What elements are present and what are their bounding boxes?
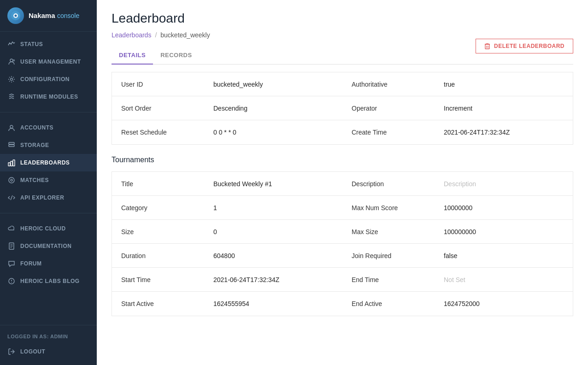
table-row: Size 0 Max Size 100000000 [112,220,573,244]
svg-point-4 [13,60,15,61]
sidebar-item-heroic-labs-blog[interactable]: Heroic Labs Blog [0,272,97,290]
label-title: Title [112,172,204,195]
svg-rect-7 [9,142,14,144]
label-operator: Operator [342,96,435,120]
svg-point-5 [11,78,13,81]
label-category: Category [112,196,204,219]
value-size: 0 [204,220,342,243]
sidebar-item-label: Leaderboards [20,159,70,166]
value-end-time: Not Set [435,268,573,291]
header-row: Leaderboard Leaderboards / bucketed_week… [112,11,573,46]
sidebar-item-configuration[interactable]: Configuration [0,71,97,88]
value-description: Description [435,172,573,195]
sidebar-item-status[interactable]: Status [0,35,97,53]
logout-icon [7,347,16,356]
sidebar-item-accounts[interactable]: Accounts [0,119,97,136]
breadcrumb-separator: / [155,31,157,39]
table-row: Sort Order Descending Operator Increment [112,96,573,120]
blog-icon [7,277,16,285]
sidebar-item-label: User Management [20,59,81,65]
value-start-active: 1624555954 [204,292,342,316]
label-size: Size [112,220,204,243]
sidebar-item-logout[interactable]: Logout [0,343,97,360]
heroic-cloud-icon [7,224,16,233]
svg-rect-9 [8,163,10,166]
svg-rect-10 [11,161,12,166]
sidebar-item-label: Forum [20,260,42,267]
main-content: Leaderboard Leaderboards / bucketed_week… [97,0,588,365]
svg-point-12 [9,177,14,183]
sidebar-item-label: Documentation [20,243,71,249]
svg-point-6 [10,125,13,128]
sidebar-item-heroic-cloud[interactable]: Heroic Cloud [0,220,97,237]
trash-icon [484,43,490,49]
sidebar-item-matches[interactable]: Matches [0,171,97,189]
user-management-icon [7,58,16,66]
sidebar-bottom: Logged In As: Admin Logout [0,325,97,365]
documentation-icon [7,242,16,250]
breadcrumb: Leaderboards / bucketed_weekly [112,31,210,39]
value-max-num-score: 10000000 [435,196,573,219]
sidebar-logo: Nakama console [0,0,97,32]
sidebar-item-label: Heroic Cloud [20,225,66,232]
logo-name: Nakama console [29,12,79,20]
value-create-time: 2021-06-24T17:32:34Z [435,120,573,144]
value-category: 1 [204,196,342,219]
label-start-time: Start Time [112,268,204,291]
svg-point-20 [11,282,12,283]
value-end-active: 1624752000 [435,292,573,316]
label-sort-order: Sort Order [112,96,204,120]
page-header: Leaderboard Leaderboards / bucketed_week… [97,0,588,46]
label-start-active: Start Active [112,292,204,316]
table-row: User ID bucketed_weekly Authoritative tr… [112,72,573,96]
sidebar-item-label: Runtime Modules [20,94,78,100]
sidebar-item-label: Matches [20,177,49,183]
status-icon [7,40,16,48]
sidebar-item-label: Accounts [20,124,53,131]
sidebar-item-user-management[interactable]: User Management [0,53,97,71]
label-user-id: User ID [112,72,204,96]
sidebar-item-label: Logout [20,348,45,355]
sidebar-item-storage[interactable]: Storage [0,136,97,154]
sidebar-item-label: Storage [20,142,49,148]
value-user-id: bucketed_weekly [204,72,342,96]
sidebar-item-label: API Explorer [20,194,64,201]
breadcrumb-current: bucketed_weekly [160,31,210,39]
tab-records[interactable]: Records [153,46,200,64]
logged-in-label: Logged In As: Admin [0,330,97,343]
value-operator: Increment [435,96,573,120]
sidebar-item-forum[interactable]: Forum [0,255,97,272]
label-create-time: Create Time [342,120,435,144]
delete-leaderboard-button[interactable]: DELETE LEADERBOARD [476,39,573,53]
sidebar-item-runtime-modules[interactable]: Runtime Modules [0,88,97,106]
svg-rect-11 [13,160,15,166]
sidebar: Nakama console Status User Management [0,0,97,365]
value-duration: 604800 [204,244,342,267]
svg-rect-22 [485,44,489,49]
label-duration: Duration [112,244,204,267]
breadcrumb-link[interactable]: Leaderboards [112,31,151,39]
logo-icon [7,7,24,24]
sidebar-item-documentation[interactable]: Documentation [0,237,97,255]
configuration-icon [7,75,16,83]
sidebar-divider-1 [0,112,97,112]
svg-point-13 [11,179,12,181]
sidebar-nav-main: Status User Management Configuration [0,32,97,109]
tab-details[interactable]: Details [112,46,153,64]
svg-point-2 [15,15,17,17]
sidebar-item-leaderboards[interactable]: Leaderboards [0,154,97,171]
sidebar-item-api-explorer[interactable]: API Explorer [0,189,97,206]
page-title: Leaderboard [112,11,210,26]
table-row: Title Bucketed Weekly #1 Description Des… [112,172,573,196]
forum-icon [7,259,16,268]
sidebar-item-label: Status [20,41,43,47]
table-row: Start Time 2021-06-24T17:32:34Z End Time… [112,268,573,292]
label-authoritative: Authoritative [342,72,435,96]
value-start-time: 2021-06-24T17:32:34Z [204,268,342,291]
sidebar-item-label: Heroic Labs Blog [20,278,80,284]
delete-button-label: DELETE LEADERBOARD [494,43,564,49]
label-join-required: Join Required [342,244,435,267]
value-title: Bucketed Weekly #1 [204,172,342,195]
sidebar-nav-secondary: Accounts Storage Leaderboards [0,115,97,210]
sidebar-divider-2 [0,213,97,213]
